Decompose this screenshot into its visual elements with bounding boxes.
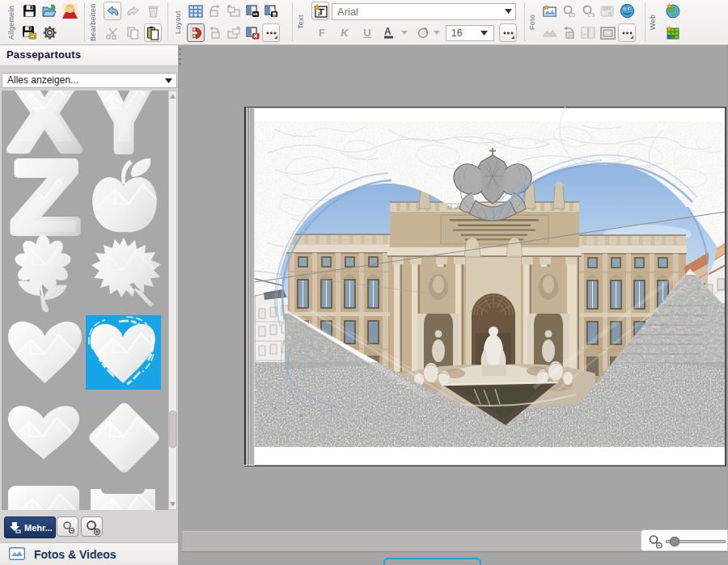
svg-text:A: A: [384, 26, 392, 37]
svg-text:OPT: OPT: [603, 6, 611, 11]
